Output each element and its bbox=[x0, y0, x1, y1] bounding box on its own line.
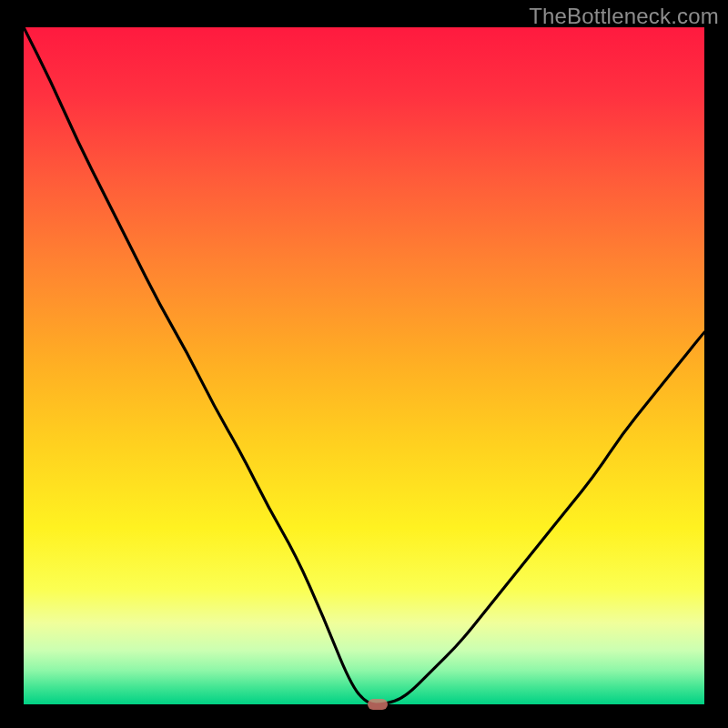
minimum-marker bbox=[368, 699, 388, 710]
bottleneck-curve bbox=[24, 27, 704, 704]
chart-frame: TheBottleneck.com bbox=[0, 0, 728, 728]
watermark-text: TheBottleneck.com bbox=[529, 4, 719, 29]
plot-area bbox=[24, 27, 704, 704]
